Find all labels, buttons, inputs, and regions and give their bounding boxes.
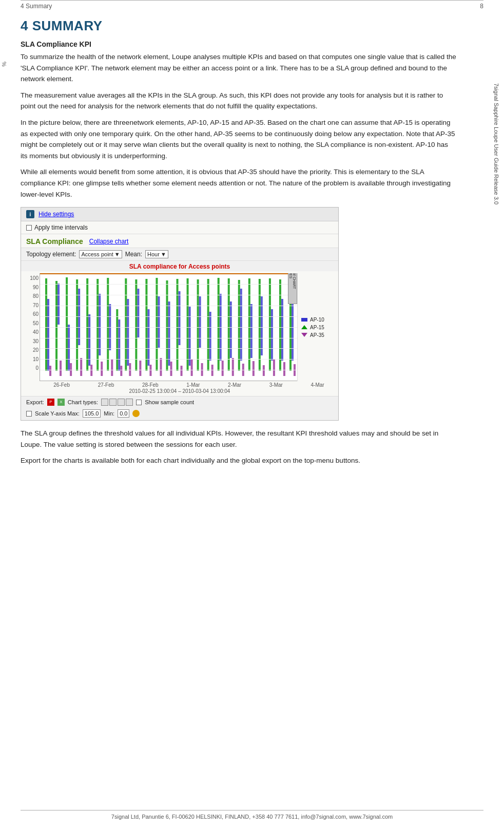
svg-rect-25 bbox=[47, 299, 49, 371]
legend-ap15: AP-15 bbox=[301, 325, 335, 330]
chart-header: i Hide settings bbox=[21, 208, 338, 221]
svg-rect-62 bbox=[170, 362, 172, 376]
paragraph-3: In the picture below, there are threenet… bbox=[21, 117, 457, 161]
grid-90 bbox=[40, 284, 297, 285]
svg-rect-18 bbox=[228, 278, 230, 371]
chart-plot: SHOW CHART VALUES bbox=[40, 273, 297, 381]
scale-y-max-input[interactable]: 105.0 bbox=[83, 409, 101, 418]
x-axis: 26-Feb 27-Feb 28-Feb 1-Mar 2-Mar 3-Mar 4… bbox=[21, 381, 338, 388]
apply-time-row: Apply time intervals bbox=[21, 221, 338, 234]
show-sample-count-checkbox[interactable] bbox=[136, 400, 142, 405]
svg-rect-17 bbox=[218, 278, 220, 371]
svg-rect-30 bbox=[99, 294, 101, 355]
scale-y-checkbox[interactable] bbox=[26, 411, 32, 417]
chart-inner: 100 90 80 70 60 % 50 40 30 20 10 0 bbox=[21, 271, 338, 381]
svg-rect-29 bbox=[88, 314, 90, 366]
export-label: Export: bbox=[26, 399, 44, 405]
svg-rect-3 bbox=[76, 279, 78, 371]
collapse-chart-link[interactable]: Collapse chart bbox=[89, 238, 129, 245]
svg-rect-40 bbox=[199, 296, 201, 348]
refresh-icon[interactable] bbox=[132, 410, 140, 417]
page-wrapper: 4 Summary 8 7signal Sapphire Loupe User … bbox=[0, 0, 504, 830]
svg-rect-11 bbox=[156, 278, 158, 371]
svg-rect-4 bbox=[86, 278, 88, 371]
show-chart-values-btn[interactable]: SHOW CHART VALUES bbox=[288, 273, 297, 304]
export-xls-icon[interactable]: X bbox=[57, 399, 65, 406]
svg-rect-51 bbox=[60, 361, 62, 376]
chapter-title: 4 SUMMARY bbox=[21, 18, 457, 34]
mean-label: Mean: bbox=[125, 251, 142, 258]
svg-rect-70 bbox=[253, 361, 255, 376]
svg-rect-61 bbox=[160, 358, 162, 376]
sla-label: SLA Compliance bbox=[26, 237, 83, 246]
legend-ap35: AP-35 bbox=[301, 332, 335, 338]
svg-rect-27 bbox=[68, 325, 70, 371]
svg-rect-16 bbox=[207, 279, 209, 371]
chart-type-3[interactable] bbox=[118, 399, 125, 406]
sidebar-label-container: 7signal Sapphire Loupe User Guide Releas… bbox=[489, 15, 504, 272]
y-label: % bbox=[1, 62, 7, 67]
chart-legend: AP-10 AP-15 AP-35 bbox=[297, 273, 338, 381]
svg-rect-68 bbox=[232, 358, 234, 376]
svg-rect-72 bbox=[273, 359, 275, 376]
svg-rect-47 bbox=[271, 309, 273, 361]
scale-y-min-input[interactable]: 0.0 bbox=[118, 409, 129, 418]
svg-rect-53 bbox=[80, 358, 82, 376]
export-pdf-icon[interactable]: P bbox=[47, 399, 54, 406]
chart-title: SLA compliance for Access points bbox=[21, 261, 338, 271]
svg-rect-56 bbox=[111, 360, 113, 376]
y-axis: 100 90 80 70 60 % 50 40 30 20 10 0 bbox=[21, 273, 40, 381]
svg-rect-19 bbox=[238, 280, 240, 371]
footer-text: 7signal Ltd, Panuntie 6, FI-00620 HELSIN… bbox=[111, 814, 393, 820]
chart-type-1[interactable] bbox=[101, 399, 108, 406]
svg-rect-43 bbox=[230, 301, 232, 358]
paragraph-5: The SLA group defines the threshold valu… bbox=[21, 428, 457, 450]
header-left: 4 Summary bbox=[21, 3, 52, 10]
section-heading: SLA Compliance KPI bbox=[21, 40, 457, 48]
svg-rect-2 bbox=[66, 277, 68, 371]
svg-rect-36 bbox=[158, 296, 160, 348]
svg-rect-55 bbox=[101, 362, 103, 376]
apply-time-checkbox[interactable] bbox=[26, 225, 32, 231]
svg-rect-12 bbox=[166, 280, 168, 371]
svg-rect-50 bbox=[49, 366, 51, 376]
svg-rect-64 bbox=[191, 360, 193, 376]
chart-type-4[interactable] bbox=[126, 399, 133, 406]
svg-rect-75 bbox=[301, 318, 307, 322]
scale-y-min-label: Min: bbox=[104, 410, 114, 417]
chart-type-icons bbox=[101, 399, 133, 406]
svg-rect-67 bbox=[222, 361, 224, 376]
top-line bbox=[40, 273, 297, 274]
svg-rect-34 bbox=[137, 289, 139, 337]
main-content: 4 SUMMARY SLA Compliance KPI To summariz… bbox=[0, 10, 482, 480]
grid-50 bbox=[40, 327, 297, 328]
topology-label: Topology element: bbox=[26, 251, 76, 258]
topology-select[interactable]: Access point ▼ bbox=[79, 250, 122, 258]
paragraph-6: Export for the charts is available both … bbox=[21, 455, 457, 466]
paragraph-2: The measurement value averages all the K… bbox=[21, 90, 457, 112]
svg-rect-37 bbox=[168, 301, 170, 366]
svg-rect-0 bbox=[45, 278, 47, 371]
svg-rect-15 bbox=[197, 279, 199, 371]
hide-settings-link[interactable]: Hide settings bbox=[38, 211, 74, 218]
svg-rect-23 bbox=[279, 279, 281, 371]
grid-10 bbox=[40, 370, 297, 370]
svg-rect-59 bbox=[139, 361, 141, 376]
chart-date-range: 2010-02-25 13:00:04 – 2010-03-04 13:00:0… bbox=[21, 388, 338, 396]
svg-rect-9 bbox=[135, 279, 137, 371]
svg-rect-8 bbox=[125, 278, 127, 371]
svg-rect-41 bbox=[209, 312, 211, 361]
svg-rect-10 bbox=[145, 279, 147, 371]
svg-rect-33 bbox=[127, 299, 129, 366]
scale-y-label: Scale Y-axis Max: bbox=[35, 410, 80, 417]
svg-marker-77 bbox=[301, 333, 307, 337]
svg-rect-20 bbox=[248, 278, 250, 371]
mean-select[interactable]: Hour ▼ bbox=[145, 250, 168, 258]
chart-type-2[interactable] bbox=[109, 399, 117, 406]
chart-export-row: Export: P X Chart types: Show sample cou… bbox=[21, 396, 338, 408]
svg-rect-7 bbox=[116, 309, 118, 371]
show-sample-count-label: Show sample count bbox=[145, 399, 194, 405]
svg-rect-13 bbox=[177, 279, 179, 371]
svg-rect-45 bbox=[250, 304, 253, 358]
legend-ap35-label: AP-35 bbox=[310, 332, 324, 338]
